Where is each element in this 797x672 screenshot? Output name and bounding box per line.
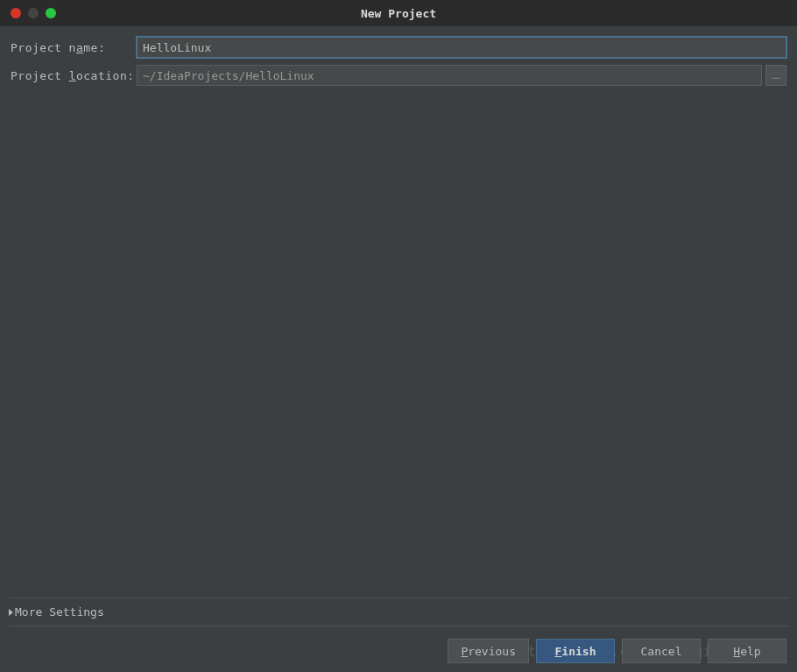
expand-right-icon xyxy=(9,609,13,616)
titlebar: New Project xyxy=(0,0,797,26)
cancel-button[interactable]: Cancel xyxy=(622,639,701,663)
help-button[interactable]: Help xyxy=(708,639,786,663)
project-name-row: Project name: xyxy=(11,37,786,58)
project-location-row: Project location: ... xyxy=(11,65,786,86)
window-controls xyxy=(0,8,56,18)
content-area: Project name: Project location: ... xyxy=(0,26,797,86)
window-title: New Project xyxy=(361,7,436,20)
project-name-label: Project name: xyxy=(11,41,137,54)
project-name-input[interactable] xyxy=(137,37,786,58)
button-bar: Previous Finish Cancel Help xyxy=(448,639,786,663)
minimize-icon[interactable] xyxy=(28,8,39,18)
project-location-label: Project location: xyxy=(11,69,137,82)
finish-button[interactable]: Finish xyxy=(536,639,615,663)
more-settings-toggle[interactable]: More Settings xyxy=(9,605,788,619)
project-location-field-group: ... xyxy=(137,65,786,86)
more-settings-label: More Settings xyxy=(15,605,104,619)
previous-button[interactable]: Previous xyxy=(448,639,529,663)
more-settings-section: More Settings xyxy=(9,598,788,626)
close-icon[interactable] xyxy=(11,8,21,18)
project-location-input[interactable] xyxy=(137,65,762,86)
maximize-icon[interactable] xyxy=(46,8,56,18)
browse-button[interactable]: ... xyxy=(765,65,786,86)
